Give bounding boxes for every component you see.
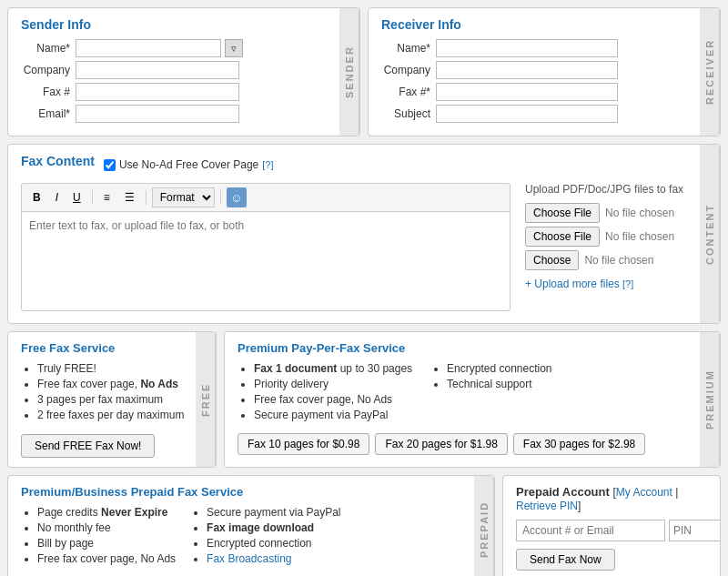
price-row: Fax 10 pages for $0.98 Fax 20 pages for … [238, 433, 707, 455]
fax-broadcasting-link[interactable]: Fax Broadcasting [207, 552, 291, 565]
prepaid-side-label: PREPAID [474, 476, 494, 576]
format-select[interactable]: Format [152, 187, 215, 207]
sender-name-label: Name* [21, 42, 76, 55]
choose-file-btn-1[interactable]: Choose File [525, 203, 600, 223]
choose-file-btn-2[interactable]: Choose File [525, 227, 600, 247]
free-bullet-1: Truly FREE! [37, 362, 203, 375]
prepaid-bullets-2: Secure payment via PayPal Fax image down… [190, 506, 340, 565]
sender-fax-input[interactable] [76, 83, 239, 101]
sender-email-row: Email* [21, 105, 347, 123]
fax-content-title: Fax Content [21, 154, 95, 168]
upload-more-wrap: + Upload more files [?] [525, 278, 707, 290]
toolbar: B I U ≡ ☰ Format ☺ [21, 183, 511, 211]
upload-more-help[interactable]: [?] [622, 278, 633, 289]
price-btn-10[interactable]: Fax 10 pages for $0.98 [238, 433, 369, 455]
price-btn-30[interactable]: Fax 30 pages for $2.98 [513, 433, 645, 455]
send-free-fax-button[interactable]: Send FREE Fax Now! [21, 434, 155, 458]
premium-cols: Fax 1 document up to 30 pages Priority d… [238, 362, 707, 424]
free-premium-row: Free Fax Service Truly FREE! Free fax co… [7, 331, 721, 468]
premium-col-2: Encrypted connection Technical support [430, 362, 551, 424]
pin-input-wrap: 🔒 [669, 520, 721, 541]
prepaid-bullets-1: Page credits Never Expire No monthly fee… [21, 506, 176, 565]
premium-bullet-3: Free fax cover page, No Ads [254, 393, 412, 406]
prepaid-title: Premium/Business Prepaid Fax Service [21, 485, 481, 499]
sender-name-row: Name* ▿ [21, 39, 347, 57]
receiver-name-input[interactable] [436, 39, 618, 57]
price-btn-20[interactable]: Fax 20 pages for $1.98 [375, 433, 507, 455]
account-email-input[interactable] [516, 520, 665, 541]
fax-content-panel: Fax Content Use No-Ad Free Cover Page [?… [7, 144, 721, 324]
free-side-label: FREE [196, 332, 216, 467]
sender-company-row: Company [21, 61, 347, 79]
content-header: Fax Content Use No-Ad Free Cover Page [?… [21, 154, 707, 176]
editor-area: B I U ≡ ☰ Format ☺ [21, 183, 511, 314]
receiver-company-input[interactable] [436, 61, 618, 79]
premium-bullets-2: Encrypted connection Technical support [430, 362, 551, 390]
prepaid-cols: Page credits Never Expire No monthly fee… [21, 506, 481, 574]
italic-button[interactable]: I [50, 188, 64, 207]
free-bullet-3: 3 pages per fax maximum [37, 393, 203, 406]
premium-col-1: Fax 1 document up to 30 pages Priority d… [238, 362, 412, 424]
top-row: Sender Info Name* ▿ Company Fax # Email* [7, 7, 721, 136]
file-row-1: Choose File No file chosen [525, 203, 707, 223]
prepaid-col-2: Secure payment via PayPal Fax image down… [190, 506, 340, 574]
underline-button[interactable]: U [67, 188, 86, 207]
file-status-3: No file chosen [584, 254, 653, 267]
file-row-2: Choose File No file chosen [525, 227, 707, 247]
no-ad-help-link[interactable]: [?] [262, 159, 273, 170]
bold-button[interactable]: B [27, 188, 46, 207]
sender-panel: Sender Info Name* ▿ Company Fax # Email* [7, 7, 360, 136]
free-bullet-2: Free fax cover page, No Ads [37, 378, 203, 390]
premium-bullet-2: Priority delivery [254, 378, 412, 390]
no-ad-checkbox[interactable] [104, 159, 116, 171]
toolbar-separator-2 [146, 190, 147, 205]
free-title: Free Fax Service [21, 341, 203, 355]
sender-email-label: Email* [21, 107, 76, 120]
ordered-list-button[interactable]: ≡ [98, 188, 116, 207]
receiver-title: Receiver Info [381, 17, 707, 32]
choose-file-btn-3[interactable]: Choose [525, 250, 579, 270]
content-side-label: CONTENT [700, 145, 720, 323]
account-input-row: 🔒 [516, 520, 707, 541]
premium-bullet-4: Secure payment via PayPal [254, 409, 412, 421]
receiver-name-row: Name* [381, 39, 707, 57]
toolbar-separator-3 [220, 190, 221, 205]
send-fax-now-button[interactable]: Send Fax Now [516, 549, 615, 571]
free-bullet-4: 2 free faxes per day maximum [37, 409, 203, 421]
sender-company-label: Company [21, 64, 76, 76]
sender-email-input[interactable] [76, 105, 239, 123]
receiver-company-label: Company [381, 64, 436, 76]
receiver-panel: Receiver Info Name* Company Fax #* Subje… [368, 7, 721, 136]
sender-side-label: SENDER [339, 8, 359, 136]
premium-panel: Premium Pay-Per-Fax Service Fax 1 docume… [224, 331, 721, 468]
smiley-button[interactable]: ☺ [227, 187, 247, 207]
receiver-company-row: Company [381, 61, 707, 79]
premium-title: Premium Pay-Per-Fax Service [238, 341, 707, 355]
retrieve-pin-link[interactable]: Retrieve PIN [516, 500, 578, 512]
receiver-name-label: Name* [381, 42, 436, 55]
content-body: B I U ≡ ☰ Format ☺ Upload PDF/Doc/JP [21, 183, 707, 314]
unordered-list-button[interactable]: ☰ [119, 188, 140, 207]
sender-company-input[interactable] [76, 61, 239, 79]
file-status-2: No file chosen [605, 230, 674, 243]
prepaid-bullet-7: Encrypted connection [207, 537, 340, 550]
toolbar-separator-1 [92, 190, 93, 205]
file-status-1: No file chosen [605, 207, 674, 219]
account-title-text: Prepaid Account [516, 485, 610, 499]
receiver-fax-input[interactable] [436, 83, 618, 101]
prepaid-account-panel: Prepaid Account [My Account | Retrieve P… [502, 475, 721, 576]
fax-text-area[interactable] [21, 211, 511, 311]
upload-area: Upload PDF/Doc/JPG files to fax Choose F… [525, 183, 707, 314]
sender-name-input[interactable] [76, 39, 221, 57]
prepaid-bullet-1: Page credits Never Expire [37, 506, 176, 519]
my-account-link[interactable]: My Account [616, 486, 672, 499]
sender-title: Sender Info [21, 17, 347, 32]
pin-input[interactable] [673, 521, 719, 540]
account-title: Prepaid Account [My Account | Retrieve P… [516, 485, 707, 512]
upload-more-link[interactable]: + Upload more files [?] [525, 278, 707, 290]
premium-bullet-5: Encrypted connection [447, 362, 551, 375]
premium-bullet-1: Fax 1 document up to 30 pages [254, 362, 412, 375]
receiver-subject-input[interactable] [436, 105, 618, 123]
sender-name-icon[interactable]: ▿ [225, 39, 243, 57]
premium-side-label: PREMIUM [700, 332, 720, 467]
